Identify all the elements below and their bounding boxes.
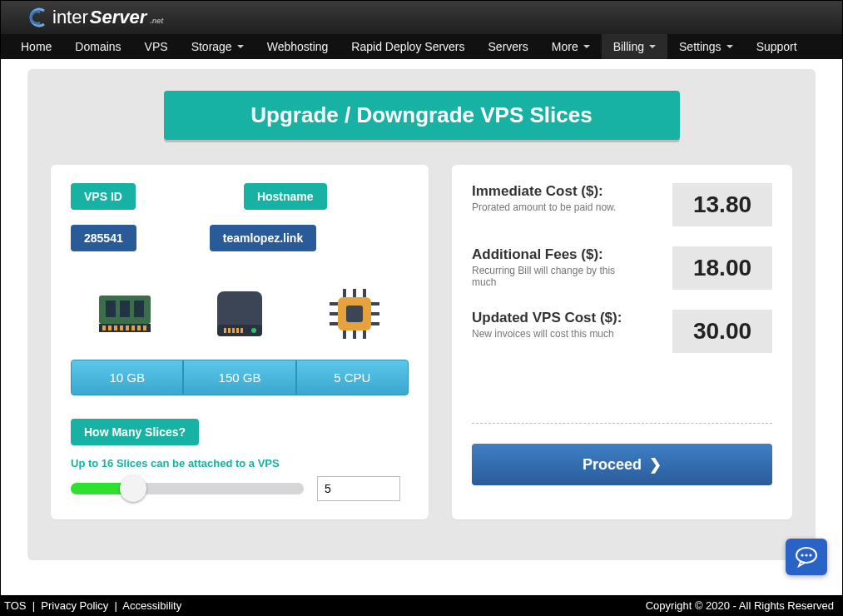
- separator: [472, 423, 772, 424]
- main-panel: Upgrade / Downgrade VPS Slices VPS ID Ho…: [27, 69, 816, 560]
- cost-value-1: 18.00: [672, 246, 772, 290]
- cost-value-2: 30.00: [672, 310, 772, 353]
- caret-down-icon: [237, 45, 244, 48]
- caret-down-icon: [583, 45, 590, 48]
- nav-billing[interactable]: Billing: [602, 34, 667, 59]
- spec-disk: 150 GB: [183, 360, 295, 395]
- svg-point-38: [809, 554, 811, 556]
- logo-swoosh-icon: [26, 7, 49, 27]
- nav-vps[interactable]: VPS: [133, 34, 180, 59]
- cost-title-0: Immediate Cost ($):: [472, 183, 656, 200]
- cost-row-2: Updated VPS Cost ($):New invoices will c…: [472, 310, 772, 353]
- proceed-label: Proceed: [583, 456, 642, 473]
- nav-support[interactable]: Support: [745, 34, 809, 59]
- spec-ram: 10 GB: [71, 360, 183, 395]
- spec-icons-row: [71, 276, 409, 351]
- navbar: HomeDomainsVPSStorageWebhostingRapid Dep…: [1, 34, 842, 59]
- nav-more[interactable]: More: [540, 34, 602, 59]
- ram-icon: [71, 276, 179, 351]
- svg-rect-17: [232, 328, 235, 333]
- caret-down-icon: [649, 45, 656, 48]
- svg-rect-4: [99, 324, 151, 332]
- chat-button[interactable]: [786, 539, 827, 575]
- vps-config-card: VPS ID Hostname 285541 teamlopez.link: [51, 165, 429, 519]
- cost-row-0: Immediate Cost ($):Prorated amount to be…: [472, 183, 772, 226]
- proceed-button[interactable]: Proceed ❯: [472, 444, 772, 485]
- svg-rect-12: [143, 325, 146, 330]
- page-title: Upgrade / Downgrade VPS Slices: [164, 91, 680, 140]
- nav-settings[interactable]: Settings: [667, 34, 745, 59]
- vps-id-label: VPS ID: [71, 183, 136, 210]
- nav-webhosting[interactable]: Webhosting: [255, 34, 340, 59]
- svg-rect-9: [126, 325, 129, 330]
- svg-rect-19: [241, 328, 243, 333]
- svg-rect-7: [114, 325, 117, 330]
- logo-text-1: inter: [52, 7, 88, 28]
- cost-summary-card: Immediate Cost ($):Prorated amount to be…: [452, 165, 792, 519]
- svg-rect-34: [346, 306, 363, 322]
- logo-text-2: Server: [90, 7, 147, 28]
- cost-value-0: 13.80: [672, 183, 772, 226]
- svg-rect-5: [102, 325, 106, 330]
- footer-accessibility-link[interactable]: Accessibility: [122, 599, 181, 612]
- svg-rect-2: [120, 301, 130, 317]
- cost-title-2: Updated VPS Cost ($):: [472, 310, 656, 326]
- chat-icon: [794, 546, 819, 568]
- spec-cpu: 5 CPU: [296, 360, 409, 395]
- slices-input[interactable]: [317, 476, 400, 501]
- svg-rect-1: [106, 301, 116, 317]
- hostname-label: Hostname: [244, 183, 327, 210]
- slider-fill: [71, 483, 126, 494]
- svg-rect-8: [120, 325, 123, 330]
- cpu-icon: [300, 276, 409, 351]
- svg-rect-11: [137, 325, 141, 330]
- svg-point-37: [805, 554, 807, 556]
- caret-down-icon: [726, 45, 733, 48]
- spec-values-row: 10 GB 150 GB 5 CPU: [71, 360, 409, 395]
- hostname-value: teamlopez.link: [210, 225, 316, 251]
- slices-label: How Many Slices?: [71, 419, 199, 445]
- svg-rect-10: [131, 325, 135, 330]
- svg-rect-6: [108, 325, 112, 330]
- slices-note: Up to 16 Slices can be attached to a VPS: [71, 457, 409, 469]
- svg-point-36: [801, 554, 803, 556]
- nav-servers[interactable]: Servers: [477, 34, 540, 59]
- footer-copyright: Copyright © 2020 - All Rights Reserved: [646, 599, 834, 612]
- cost-sub-2: New invoices will cost this much: [472, 328, 638, 340]
- footer: TOS | Privacy Policy | Accessibility Cop…: [1, 595, 842, 615]
- cost-row-1: Additional Fees ($):Recurring Bill will …: [472, 246, 772, 290]
- cost-sub-0: Prorated amount to be paid now.: [472, 201, 638, 213]
- chevron-right-icon: ❯: [649, 456, 662, 473]
- svg-rect-3: [134, 301, 144, 317]
- logo[interactable]: interServer .net: [26, 7, 163, 28]
- cost-sub-1: Recurring Bill will change by this much: [472, 265, 638, 288]
- footer-privacy-link[interactable]: Privacy Policy: [41, 599, 108, 612]
- footer-tos-link[interactable]: TOS: [4, 599, 27, 612]
- nav-rapid-deploy-servers[interactable]: Rapid Deploy Servers: [340, 34, 476, 59]
- svg-rect-15: [224, 328, 226, 333]
- nav-domains[interactable]: Domains: [63, 34, 132, 59]
- vps-id-value: 285541: [71, 225, 136, 251]
- slices-slider[interactable]: [71, 483, 304, 494]
- logo-suffix: .net: [150, 17, 163, 25]
- nav-storage[interactable]: Storage: [180, 34, 255, 59]
- nav-home[interactable]: Home: [9, 34, 63, 59]
- cost-title-1: Additional Fees ($):: [472, 246, 656, 263]
- disk-icon: [186, 276, 294, 351]
- topbar: interServer .net: [1, 1, 842, 34]
- svg-point-20: [251, 328, 256, 333]
- svg-rect-18: [236, 328, 239, 333]
- slider-thumb[interactable]: [120, 475, 146, 502]
- svg-rect-16: [228, 328, 231, 333]
